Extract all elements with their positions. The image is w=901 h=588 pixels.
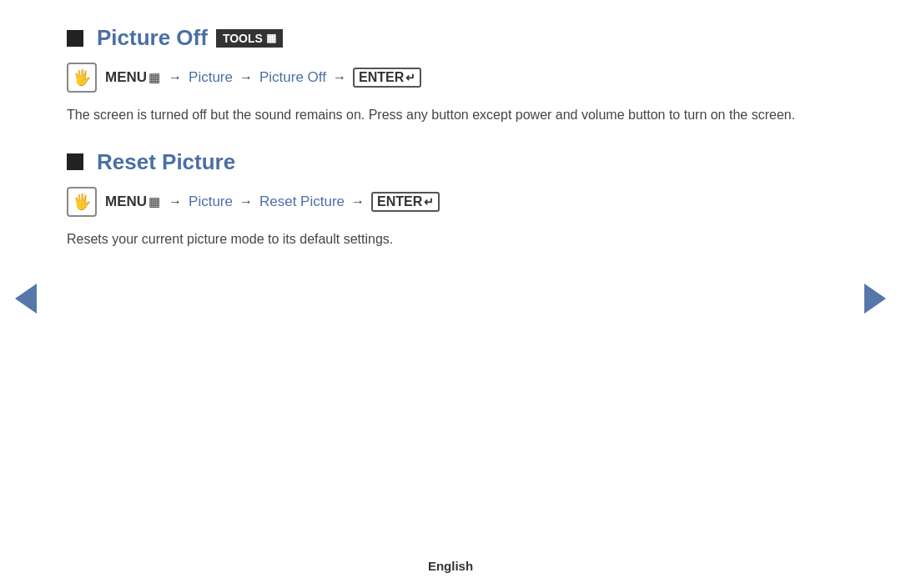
tools-badge-icon: ▦	[266, 32, 276, 44]
menu-step-picture-2: Picture	[189, 193, 233, 210]
remote-icon-glyph: 🖐	[73, 68, 91, 87]
section-reset-picture: Reset Picture 🖐 MENU ▦ → Picture → Reset…	[67, 149, 834, 250]
menu-path-reset-picture: 🖐 MENU ▦ → Picture → Reset Picture → ENT…	[67, 187, 834, 217]
arrow-5: →	[239, 194, 253, 209]
remote-icon-glyph-2: 🖐	[73, 193, 91, 211]
menu-grid-icon-2: ▦	[148, 194, 160, 209]
arrow-3: →	[333, 70, 346, 85]
tools-badge: TOOLS ▦	[216, 29, 283, 48]
menu-step-picture-off: Picture Off	[259, 69, 326, 86]
tools-badge-text: TOOLS	[223, 32, 263, 45]
footer: English	[0, 559, 901, 573]
menu-step-picture-1: Picture	[189, 69, 233, 86]
nav-prev-button[interactable]	[15, 284, 37, 314]
menu-keyword-2: MENU	[105, 193, 147, 210]
enter-text-2: ENTER	[377, 194, 422, 209]
enter-badge-2: ENTER ↵	[371, 192, 440, 212]
arrow-4: →	[169, 194, 182, 209]
section-picture-off: Picture Off TOOLS ▦ 🖐 MENU ▦ → Picture →…	[67, 25, 834, 126]
section-square-icon	[67, 30, 83, 47]
section-square-icon-2	[67, 153, 83, 170]
menu-step-reset-picture: Reset Picture	[259, 193, 345, 210]
menu-grid-icon: ▦	[148, 70, 160, 85]
enter-icon-1: ↵	[405, 71, 415, 84]
arrow-1: →	[169, 70, 182, 85]
section-title-picture-off: Picture Off	[97, 25, 208, 51]
menu-path-picture-off: 🖐 MENU ▦ → Picture → Picture Off → ENTER…	[67, 63, 834, 93]
menu-keyword-1: MENU	[105, 69, 147, 86]
remote-icon: 🖐	[67, 63, 97, 93]
footer-language: English	[428, 559, 473, 573]
enter-badge-1: ENTER ↵	[353, 68, 421, 88]
arrow-6: →	[351, 194, 365, 209]
enter-icon-2: ↵	[424, 195, 434, 209]
enter-text-1: ENTER	[359, 70, 404, 85]
nav-next-arrow-icon	[864, 284, 886, 314]
arrow-2: →	[239, 70, 253, 85]
description-reset-picture: Resets your current picture mode to its …	[67, 229, 834, 250]
main-content: Picture Off TOOLS ▦ 🖐 MENU ▦ → Picture →…	[0, 0, 901, 249]
nav-prev-arrow-icon	[15, 284, 37, 314]
section-title-reset-picture: Reset Picture	[97, 149, 235, 175]
section-header-picture-off: Picture Off TOOLS ▦	[67, 25, 834, 51]
nav-next-button[interactable]	[864, 284, 886, 314]
remote-icon-2: 🖐	[67, 187, 97, 217]
section-header-reset-picture: Reset Picture	[67, 149, 834, 175]
description-picture-off: The screen is turned off but the sound r…	[67, 104, 834, 126]
